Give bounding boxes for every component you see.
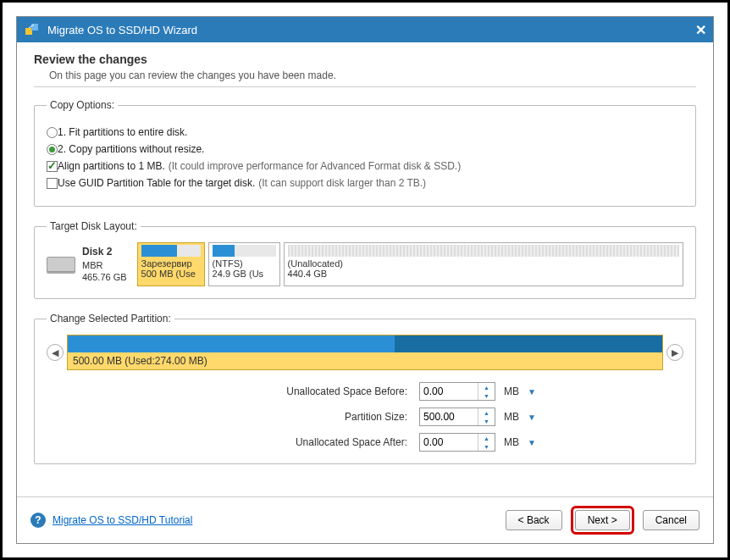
arrow-right-icon[interactable]: ▶ <box>666 344 683 361</box>
option-use-guid[interactable]: Use GUID Partition Table for the target … <box>47 177 683 189</box>
partition-1[interactable]: Зарезервир 500 MB (Use <box>137 242 205 286</box>
input-partition-size[interactable]: ▲▼ <box>419 408 495 426</box>
app-icon <box>24 21 41 38</box>
checkbox-icon[interactable] <box>47 178 58 189</box>
label-partition-size: Partition Size: <box>194 411 414 423</box>
window-title: Migrate OS to SSD/HD Wizard <box>47 24 197 36</box>
svg-rect-0 <box>25 28 32 35</box>
selected-legend: Change Selected Partition: <box>47 313 174 324</box>
page-heading: Review the changes <box>34 53 696 66</box>
next-button[interactable]: Next > <box>575 510 630 530</box>
selected-partition-box[interactable]: 500.00 MB (Used:274.00 MB) <box>67 335 663 370</box>
copy-options-group: Copy Options: 1. Fit partitions to entir… <box>34 99 696 207</box>
option-align-partitions[interactable]: Align partitions to 1 MB. (It could impr… <box>47 160 683 172</box>
input-unalloc-after[interactable]: ▲▼ <box>419 433 495 452</box>
partition-unallocated[interactable]: (Unallocated) 440.4 GB <box>284 242 683 286</box>
chevron-up-icon[interactable]: ▲ <box>478 408 495 417</box>
copy-options-legend: Copy Options: <box>47 99 118 111</box>
svg-rect-1 <box>31 24 38 30</box>
close-icon[interactable]: ✕ <box>695 22 706 38</box>
radio-icon[interactable] <box>47 144 58 155</box>
disk-size: 465.76 GB <box>82 271 127 283</box>
disk-type: MBR <box>82 259 127 271</box>
input-unalloc-before[interactable]: ▲▼ <box>419 382 495 401</box>
chevron-down-icon[interactable]: ▼ <box>478 417 495 425</box>
tutorial-link[interactable]: Migrate OS to SSD/HD Tutorial <box>53 514 192 526</box>
unit-dropdown-icon[interactable]: ▼ <box>528 438 536 447</box>
partition-usage-bar <box>68 335 662 352</box>
wizard-window: Migrate OS to SSD/HD Wizard ✕ Review the… <box>16 16 714 544</box>
chevron-up-icon[interactable]: ▲ <box>478 383 495 391</box>
target-disk-layout-group: Target Disk Layout: Disk 2 MBR 465.76 GB… <box>34 220 696 299</box>
selected-partition-text: 500.00 MB (Used:274.00 MB) <box>68 352 662 369</box>
option-copy-without-resize[interactable]: 2. Copy partitions without resize. <box>47 143 683 155</box>
back-button[interactable]: < Back <box>506 510 562 530</box>
arrow-left-icon[interactable]: ◀ <box>47 344 64 361</box>
unit-dropdown-icon[interactable]: ▼ <box>528 387 536 396</box>
label-unalloc-after: Unallocated Space After: <box>194 436 414 448</box>
partition-2[interactable]: (NTFS) 24.9 GB (Us <box>208 242 280 286</box>
help-icon[interactable]: ? <box>30 513 46 528</box>
disk-icon <box>47 257 75 272</box>
disk-name: Disk 2 <box>82 246 127 259</box>
highlight-frame: Next > <box>571 506 634 535</box>
option-fit-entire-disk[interactable]: 1. Fit partitions to entire disk. <box>47 126 683 138</box>
page-subheading: On this page you can review the changes … <box>49 69 696 81</box>
change-selected-partition-group: Change Selected Partition: ◀ 500.00 MB (… <box>34 313 696 464</box>
checkbox-icon[interactable] <box>47 161 58 172</box>
cancel-button[interactable]: Cancel <box>643 510 700 530</box>
chevron-down-icon[interactable]: ▼ <box>478 391 495 400</box>
unit-dropdown-icon[interactable]: ▼ <box>528 413 536 422</box>
chevron-down-icon[interactable]: ▼ <box>478 442 495 451</box>
footer-bar: ? Migrate OS to SSD/HD Tutorial < Back N… <box>17 496 713 543</box>
radio-icon[interactable] <box>47 127 58 138</box>
chevron-up-icon[interactable]: ▲ <box>478 434 495 442</box>
disk-info: Disk 2 MBR 465.76 GB <box>47 242 134 286</box>
divider <box>34 86 696 87</box>
title-bar: Migrate OS to SSD/HD Wizard ✕ <box>17 17 713 42</box>
label-unalloc-before: Unallocated Space Before: <box>194 385 414 397</box>
target-legend: Target Disk Layout: <box>47 220 141 232</box>
